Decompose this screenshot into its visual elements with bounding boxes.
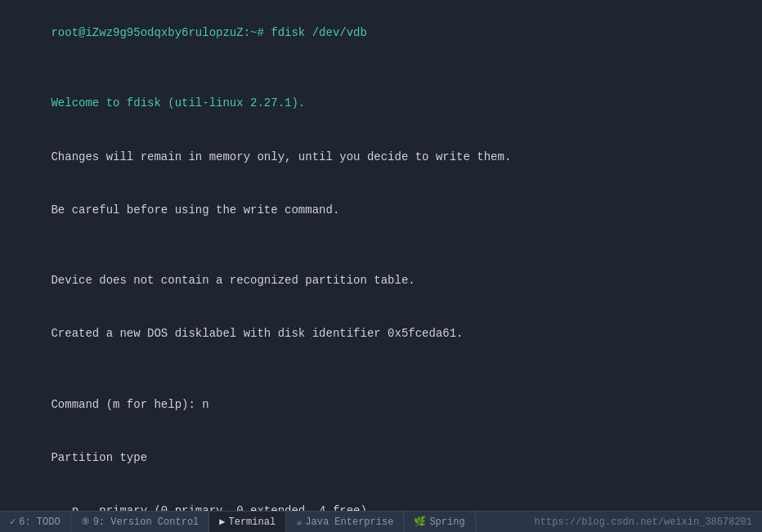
statusbar-java-enterprise[interactable]: ☕ Java Enterprise [286,512,404,533]
terminal-label: Terminal [229,516,276,528]
statusbar-spring[interactable]: 🌿 Spring [404,512,475,533]
primary-line: p primary (0 primary, 0 extended, 4 free… [10,485,752,511]
statusbar-url: https://blog.csdn.net/weixin_38678201 [525,516,762,528]
spring-icon: 🌿 [414,516,426,528]
statusbar-terminal[interactable]: ▶ Terminal [209,512,286,533]
spring-label: Spring [429,516,464,528]
version-control-label: 9: Version Control [93,516,199,528]
careful-line: Be careful before using the write comman… [10,184,752,237]
todo-label: 6: TODO [19,516,60,528]
java-icon: ☕ [296,516,302,528]
prompt-line: root@iZwz9g95odqxby6rulopzuZ:~# fdisk /d… [10,7,752,60]
created-label-line: Created a new DOS disklabel with disk id… [10,308,752,361]
empty-line-3 [10,361,752,379]
version-control-icon: ⑨ [81,516,90,528]
statusbar-todo[interactable]: ✓ 6: TODO [0,512,71,533]
terminal-content[interactable]: root@iZwz9g95odqxby6rulopzuZ:~# fdisk /d… [0,0,762,511]
empty-line-2 [10,237,752,255]
statusbar-version-control[interactable]: ⑨ 9: Version Control [71,512,210,533]
command1-line: Command (m for help): n [10,378,752,431]
device-line: Device does not contain a recognized par… [10,255,752,308]
partition-type-line: Partition type [10,432,752,485]
terminal-container: root@iZwz9g95odqxby6rulopzuZ:~# fdisk /d… [0,0,762,532]
empty-line-1 [10,60,752,78]
statusbar: ✓ 6: TODO ⑨ 9: Version Control ▶ Termina… [0,511,762,532]
java-enterprise-label: Java Enterprise [305,516,393,528]
changes-line: Changes will remain in memory only, unti… [10,131,752,184]
welcome-line: Welcome to fdisk (util-linux 2.27.1). [10,78,752,131]
statusbar-left: ✓ 6: TODO ⑨ 9: Version Control ▶ Termina… [0,512,476,533]
todo-icon: ✓ [10,516,16,528]
terminal-icon: ▶ [219,516,225,528]
